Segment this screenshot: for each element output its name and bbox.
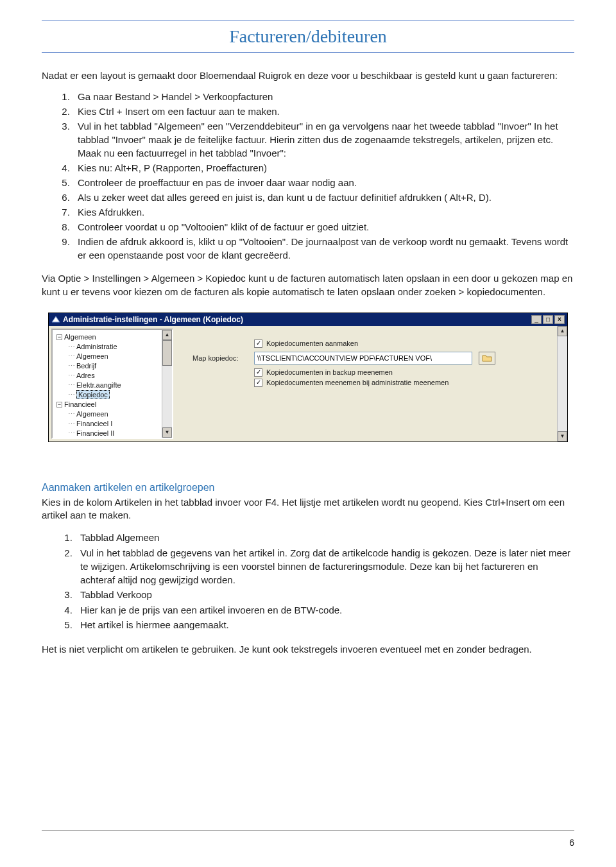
paragraph-kopiedoc: Via Optie > Instellingen > Algemeen > Ko… bbox=[42, 272, 574, 298]
tree-row[interactable]: ⋯Elektr.aangifte bbox=[55, 381, 172, 390]
checkbox-label: Kopiedocumenten in backup meenemen bbox=[266, 368, 393, 376]
tree-label: Financieel I bbox=[76, 420, 112, 427]
list-item: Ga naar Bestand > Handel > Verkoopfactur… bbox=[73, 90, 574, 103]
list-item: Als u zeker weet dat alles gereed en jui… bbox=[73, 191, 574, 204]
list-item: Hier kan je de prijs van een artikel inv… bbox=[75, 603, 574, 617]
list-item: Vul in het tabblad "Algemeen" een "Verze… bbox=[73, 119, 574, 160]
tree-branch-icon: ⋯ bbox=[68, 372, 75, 380]
tree-label: Adres bbox=[76, 372, 95, 379]
maximize-button[interactable]: □ bbox=[543, 315, 553, 324]
tree-label: Bedrijf bbox=[76, 362, 96, 370]
checkbox-label: Kopiedocumenten aanmaken bbox=[266, 339, 358, 347]
tree-row[interactable]: −Algemeen bbox=[55, 332, 172, 342]
tree-branch-icon: ⋯ bbox=[68, 410, 75, 418]
tree-branch-icon: ⋯ bbox=[68, 391, 75, 399]
tree-label: Financieel II bbox=[76, 429, 114, 437]
titlebar: Administratie-instellingen - Algemeen (K… bbox=[49, 313, 567, 326]
paragraph-artikelen: Kies in de kolom Artikelen in het tabbla… bbox=[42, 496, 574, 522]
list-item: Tabblad Algemeen bbox=[75, 531, 574, 544]
subheading-artikelen: Aanmaken artikelen en artikelgroepen bbox=[42, 482, 574, 494]
closing-paragraph: Het is niet verplicht om artikelen te ge… bbox=[42, 643, 574, 656]
tree-branch-icon: ⋯ bbox=[68, 420, 75, 428]
tree-row[interactable]: ⋯Algemeen bbox=[55, 409, 172, 419]
list-item: Vul in het tabblad de gegevens van het a… bbox=[75, 546, 574, 587]
folder-icon bbox=[482, 354, 492, 362]
tree-label: Elektr.aangifte bbox=[76, 381, 121, 389]
list-item: Kies Ctrl + Insert om een factuur aan te… bbox=[73, 105, 574, 118]
minimize-button[interactable]: _ bbox=[531, 315, 542, 324]
tree-branch-icon: ⋯ bbox=[68, 429, 75, 438]
tree-row[interactable]: ⋯Administratie bbox=[55, 342, 172, 352]
tree-branch-icon: ⋯ bbox=[68, 352, 75, 361]
client-area: −Algemeen⋯Administratie⋯Algemeen⋯Bedrijf… bbox=[49, 326, 567, 442]
tree-label: Algemeen bbox=[76, 352, 108, 360]
list-item: Het artikel is hiermee aangemaakt. bbox=[75, 618, 574, 631]
window-title: Administratie-instellingen - Algemeen (K… bbox=[63, 315, 243, 324]
tree-row[interactable]: ⋯Algemeen bbox=[55, 352, 172, 361]
page-number: 6 bbox=[569, 837, 574, 848]
tree-branch-icon: ⋯ bbox=[68, 362, 75, 370]
app-logo-icon bbox=[51, 315, 60, 324]
footer-rule bbox=[42, 830, 574, 831]
tree-label: Kopiedoc bbox=[76, 390, 110, 399]
embedded-screenshot: Administratie-instellingen - Algemeen (K… bbox=[48, 313, 568, 442]
checkbox-kopiedoc-aanmaken[interactable]: ✓ bbox=[254, 339, 262, 348]
window-controls: _ □ × bbox=[531, 315, 565, 324]
checkbox-backup[interactable]: ✓ bbox=[254, 368, 262, 377]
list-item: Tabblad Verkoop bbox=[75, 588, 574, 601]
scroll-down-icon[interactable]: ▼ bbox=[558, 431, 567, 442]
tree-row[interactable]: ⋯Financieel I bbox=[55, 419, 172, 429]
svg-marker-0 bbox=[52, 316, 60, 322]
field-label-map: Map kopiedoc: bbox=[193, 354, 248, 362]
tree-label: Algemeen bbox=[64, 333, 96, 341]
tree-branch-icon: ⋯ bbox=[68, 381, 75, 390]
map-kopiedoc-input[interactable] bbox=[254, 352, 472, 365]
checkbox-label: Kopiedocumenten meenemen bij administrat… bbox=[266, 379, 449, 386]
tree-collapse-icon[interactable]: − bbox=[56, 334, 62, 340]
page-title: Factureren/debiteuren bbox=[42, 22, 574, 51]
close-button[interactable]: × bbox=[554, 315, 565, 324]
browse-button[interactable] bbox=[479, 352, 495, 365]
list-item: Kies Afdrukken. bbox=[73, 205, 574, 219]
form-panel: ✓ Kopiedocumenten aanmaken Map kopiedoc:… bbox=[176, 326, 567, 442]
tree-label: Financieel bbox=[64, 400, 96, 408]
app-window: Administratie-instellingen - Algemeen (K… bbox=[48, 313, 568, 442]
steps-list-1: Ga naar Bestand > Handel > Verkoopfactur… bbox=[42, 90, 574, 262]
checkbox-meenemen[interactable]: ✓ bbox=[254, 379, 262, 387]
tree-scrollbar[interactable]: ▲ ▼ bbox=[162, 330, 172, 438]
list-item: Controleer de proeffactuur en pas de inv… bbox=[73, 176, 574, 189]
tree-view[interactable]: −Algemeen⋯Administratie⋯Algemeen⋯Bedrijf… bbox=[51, 329, 173, 439]
tree-row[interactable]: ⋯Kopiedoc bbox=[55, 390, 172, 400]
tree-label: Algemeen bbox=[76, 410, 108, 418]
tree-row[interactable]: ⋯Financieel II bbox=[55, 429, 172, 438]
steps-list-2: Tabblad Algemeen Vul in het tabblad de g… bbox=[42, 531, 574, 631]
list-item: Indien de afdruk akkoord is, klikt u op … bbox=[73, 235, 574, 262]
scroll-up-icon[interactable]: ▲ bbox=[558, 326, 567, 336]
tree-row[interactable]: ⋯Bedrijf bbox=[55, 361, 172, 371]
tree-collapse-icon[interactable]: − bbox=[56, 402, 62, 408]
tree-branch-icon: ⋯ bbox=[68, 343, 75, 351]
rule-top bbox=[42, 21, 574, 21]
scroll-down-icon[interactable]: ▼ bbox=[162, 427, 172, 438]
list-item: Kies nu: Alt+R, P (Rapporten, Proeffactu… bbox=[73, 161, 574, 175]
tree-row[interactable]: −Financieel bbox=[55, 400, 172, 409]
tree-row[interactable]: ⋯Adres bbox=[55, 371, 172, 381]
panel-scrollbar[interactable]: ▲ ▼ bbox=[557, 326, 567, 442]
intro-paragraph: Nadat er een layout is gemaakt door Bloe… bbox=[42, 69, 574, 82]
tree-label: Administratie bbox=[76, 343, 117, 350]
scroll-thumb[interactable] bbox=[162, 340, 172, 366]
scroll-up-icon[interactable]: ▲ bbox=[162, 330, 172, 340]
rule-bottom bbox=[42, 52, 574, 53]
list-item: Controleer voordat u op "Voltooien" klik… bbox=[73, 220, 574, 234]
